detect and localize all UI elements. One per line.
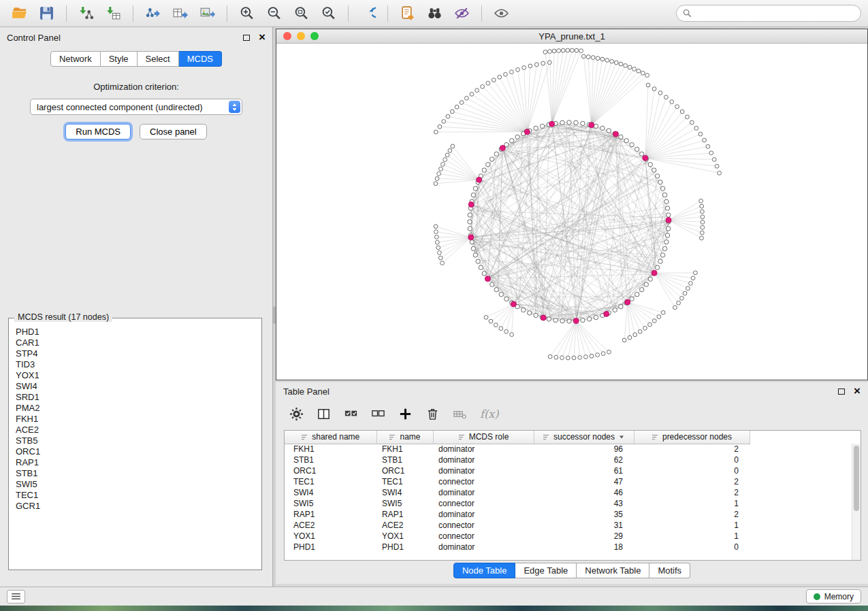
- table-row[interactable]: YOX1YOX1connector291: [285, 531, 852, 542]
- column-header-name[interactable]: name: [376, 431, 433, 444]
- close-window-icon[interactable]: [283, 32, 291, 40]
- mcds-result-item[interactable]: PMA2: [16, 403, 261, 414]
- table-scrollbar[interactable]: [852, 444, 861, 560]
- mcds-result-item[interactable]: TEC1: [16, 490, 261, 501]
- table-row[interactable]: ORC1ORC1dominator610: [285, 465, 852, 476]
- zoom-in-button[interactable]: [234, 3, 259, 24]
- criterion-select-value: largest connected component (undirected): [37, 102, 203, 112]
- scrollbar-thumb[interactable]: [854, 446, 859, 511]
- control-panel-title: Control Panel: [7, 33, 61, 43]
- import-table-icon: [106, 5, 121, 21]
- sort-icon: [301, 433, 308, 441]
- zoom-selected-button[interactable]: [316, 3, 341, 24]
- main-toolbar: [0, 0, 868, 27]
- export-table-button[interactable]: [167, 3, 193, 24]
- mcds-result-item[interactable]: GCR1: [16, 501, 261, 512]
- delete-rows-button[interactable]: [453, 407, 467, 421]
- function-builder-button[interactable]: f(x): [480, 408, 498, 420]
- network-view-window: YPA_prune.txt_1: [276, 29, 868, 380]
- mcds-result-item[interactable]: STB1: [16, 468, 261, 479]
- select-all-icon: [344, 407, 358, 421]
- table-row[interactable]: SWI5SWI5connector431: [285, 498, 852, 509]
- tab-network[interactable]: Network: [50, 51, 101, 67]
- toolbar-separator: [387, 5, 388, 22]
- mcds-result-item[interactable]: SWI5: [16, 479, 261, 490]
- mcds-result-item[interactable]: SWI4: [16, 381, 261, 392]
- tab-motifs[interactable]: Motifs: [649, 563, 690, 578]
- export-image-button[interactable]: [195, 3, 220, 24]
- maximize-window-icon[interactable]: [310, 32, 319, 40]
- mcds-result-item[interactable]: TID3: [16, 359, 261, 370]
- float-table-panel-icon[interactable]: [838, 389, 845, 395]
- toolbar-separator: [227, 5, 227, 22]
- sort-icon: [543, 433, 550, 441]
- column-header-mcds-role[interactable]: MCDS role: [433, 431, 534, 444]
- mcds-result-item[interactable]: ORC1: [16, 446, 261, 457]
- zoom-out-icon: [266, 5, 282, 21]
- table-row[interactable]: RAP1RAP1dominator352: [285, 509, 852, 520]
- select-all-rows-button[interactable]: [344, 407, 358, 421]
- delete-column-button[interactable]: [425, 407, 440, 421]
- list-icon: [11, 593, 21, 600]
- task-history-button[interactable]: [7, 590, 25, 604]
- network-canvas[interactable]: [276, 44, 867, 380]
- import-network-button[interactable]: [74, 3, 99, 24]
- close-panel-button[interactable]: Close panel: [140, 124, 207, 139]
- table-row[interactable]: PHD1PHD1dominator180: [285, 542, 852, 552]
- close-table-panel-icon[interactable]: ×: [854, 387, 861, 395]
- column-header-filler: [750, 431, 852, 444]
- first-neighbors-button[interactable]: [422, 3, 447, 24]
- deselect-all-rows-button[interactable]: [371, 407, 385, 421]
- tab-mcds[interactable]: MCDS: [179, 51, 222, 67]
- export-network-button[interactable]: [140, 3, 165, 24]
- criterion-select[interactable]: largest connected component (undirected): [30, 99, 242, 115]
- mcds-result-item[interactable]: SRD1: [16, 392, 261, 403]
- memory-button[interactable]: Memory: [806, 589, 861, 604]
- mcds-result-item[interactable]: PHD1: [16, 327, 261, 337]
- refresh-button[interactable]: [355, 3, 381, 24]
- close-panel-icon[interactable]: ×: [259, 33, 266, 42]
- copy-network-button[interactable]: [395, 3, 420, 24]
- float-panel-icon[interactable]: [243, 35, 250, 41]
- column-header-shared-name[interactable]: shared name: [285, 431, 376, 444]
- mcds-result-item[interactable]: FKH1: [16, 414, 261, 425]
- save-session-button[interactable]: [34, 3, 59, 24]
- mcds-result-item[interactable]: YOX1: [16, 370, 261, 381]
- table-settings-button[interactable]: [289, 407, 304, 421]
- hide-selected-button[interactable]: [449, 3, 475, 24]
- table-row[interactable]: ACE2ACE2connector311: [285, 520, 852, 531]
- mcds-result-item[interactable]: CAR1: [16, 337, 261, 348]
- column-header-successor-nodes[interactable]: successor nodes: [534, 431, 634, 444]
- table-panel-title: Table Panel: [283, 386, 329, 397]
- mcds-result-item[interactable]: RAP1: [16, 457, 261, 468]
- tab-style[interactable]: Style: [101, 51, 138, 67]
- minimize-window-icon[interactable]: [297, 32, 305, 40]
- show-columns-button[interactable]: [317, 407, 331, 421]
- table-row[interactable]: STB1STB1dominator620: [285, 455, 852, 465]
- table-row[interactable]: SWI4SWI4dominator462: [285, 487, 852, 498]
- tab-node-table[interactable]: Node Table: [453, 563, 516, 578]
- tab-network-table[interactable]: Network Table: [577, 563, 649, 578]
- toolbar-separator: [481, 5, 482, 22]
- table-row[interactable]: TEC1TEC1connector472: [285, 476, 852, 487]
- run-mcds-button[interactable]: Run MCDS: [65, 124, 131, 139]
- show-all-button[interactable]: [489, 3, 514, 24]
- search-input[interactable]: [696, 8, 854, 18]
- add-column-button[interactable]: [398, 407, 413, 421]
- node-table: shared name name MCDS role successor nod…: [284, 430, 861, 561]
- mcds-result-item[interactable]: STP4: [16, 348, 261, 359]
- control-panel: Control Panel × Network Style Select MCD…: [0, 27, 273, 587]
- open-session-button[interactable]: [7, 3, 32, 24]
- tab-edge-table[interactable]: Edge Table: [515, 563, 577, 578]
- deselect-all-icon: [371, 407, 385, 421]
- zoom-out-button[interactable]: [261, 3, 287, 24]
- tab-select[interactable]: Select: [138, 51, 179, 67]
- sort-direction-icon: [618, 433, 625, 440]
- import-table-button[interactable]: [101, 3, 126, 24]
- table-row[interactable]: FKH1FKH1dominator962: [285, 444, 852, 455]
- mcds-result-item[interactable]: ACE2: [16, 425, 261, 435]
- mcds-result-item[interactable]: STB5: [16, 435, 261, 446]
- column-header-predecessor-nodes[interactable]: predecessor nodes: [634, 431, 750, 444]
- zoom-fit-button[interactable]: [289, 3, 314, 24]
- network-window-titlebar[interactable]: YPA_prune.txt_1: [276, 29, 867, 44]
